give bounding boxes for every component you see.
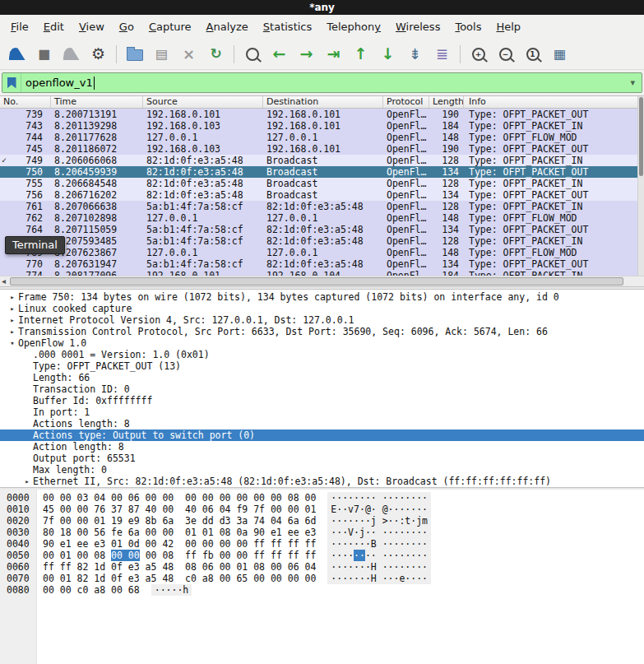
- restart-capture-icon: [63, 48, 80, 60]
- packet-row-761[interactable]: 7618.2070666385a:b1:4f:7a:58:cf82:1d:0f:…: [0, 201, 644, 212]
- scroll-left-icon[interactable]: ◂: [2, 276, 6, 286]
- detail-row[interactable]: .000 0001 = Version: 1.0 (0x01): [0, 349, 644, 360]
- detail-row[interactable]: Actions length: 8: [0, 418, 644, 430]
- display-filter-input[interactable]: openflow_v1 ▾: [2, 72, 642, 93]
- packet-row-750[interactable]: 7508.20645993982:1d:0f:e3:a5:48Broadcast…: [0, 166, 644, 178]
- column-header-time[interactable]: Time: [51, 96, 143, 108]
- reload-capture-button[interactable]: ↻: [202, 43, 229, 66]
- next-packet-button[interactable]: →: [293, 43, 320, 66]
- detail-row[interactable]: ▸Ethernet II, Src: 82:1d:0f:e3:a5:48 (82…: [0, 476, 644, 487]
- hex-row-0030[interactable]: 003080 18 00 56 fe 6a 00 00 01 01 08 0a …: [0, 527, 644, 538]
- previous-packet-button[interactable]: ←: [266, 43, 293, 66]
- cell-len: 190: [429, 143, 464, 155]
- detail-row[interactable]: Type: OFPT_PACKET_OUT (13): [0, 360, 644, 372]
- menu-help[interactable]: Help: [489, 18, 528, 35]
- expand-arrow-icon[interactable]: ▸: [7, 303, 18, 314]
- hex-row-0060[interactable]: 0060ff ff 82 1d 0f e3 a5 48 08 06 00 01 …: [0, 561, 644, 573]
- packet-row-755[interactable]: 7558.20668454882:1d:0f:e3:a5:48Broadcast…: [0, 178, 644, 189]
- column-header-no[interactable]: No.: [0, 96, 51, 108]
- detail-row[interactable]: ▸Linux cooked capture: [0, 303, 644, 314]
- column-header-source[interactable]: Source: [143, 96, 263, 108]
- packet-list-scrollbar-thumb[interactable]: [639, 97, 643, 176]
- expand-arrow-icon[interactable]: ▸: [7, 291, 18, 303]
- menu-view[interactable]: View: [72, 18, 112, 35]
- detail-row[interactable]: Buffer Id: 0xffffffff: [0, 395, 644, 406]
- cell-no: 756: [0, 189, 51, 201]
- detail-row[interactable]: Output port: 65531: [0, 453, 644, 464]
- capture-options-button[interactable]: ⚙: [85, 43, 112, 66]
- first-packet-button[interactable]: ↑: [347, 43, 374, 66]
- zoom-in-button[interactable]: +: [465, 43, 492, 66]
- open-capture-button[interactable]: [121, 43, 148, 66]
- go-to-packet-button[interactable]: ⇥: [320, 43, 347, 66]
- detail-row[interactable]: ▾OpenFlow 1.0: [0, 337, 644, 349]
- expand-arrow-icon[interactable]: ▸: [21, 476, 33, 487]
- column-header-destination[interactable]: Destination: [263, 96, 383, 108]
- hex-row-0020[interactable]: 00207f 00 00 01 19 e9 8b 6a 3e dd d3 3a …: [0, 515, 644, 527]
- filter-bookmark-button[interactable]: [2, 73, 21, 92]
- horizontal-scrollbar[interactable]: ◂: [0, 276, 644, 286]
- packet-bytes-pane: 000000 00 03 04 00 06 00 00 00 00 00 00 …: [0, 490, 644, 664]
- menu-wireless[interactable]: Wireless: [388, 18, 447, 35]
- packet-list-scrollbar[interactable]: [637, 96, 644, 276]
- detail-row[interactable]: Max length: 0: [0, 464, 644, 476]
- menu-go[interactable]: Go: [112, 18, 141, 35]
- packet-row-767[interactable]: 7678.2075934855a:b1:4f:7a:58:cf82:1d:0f:…: [0, 235, 644, 247]
- menu-tools[interactable]: Tools: [447, 18, 489, 35]
- menu-analyze[interactable]: Analyze: [199, 18, 256, 35]
- detail-row[interactable]: Length: 66: [0, 372, 644, 383]
- horizontal-scrollbar-thumb[interactable]: [10, 277, 623, 286]
- menu-edit[interactable]: Edit: [36, 18, 72, 35]
- tree-indent: [21, 464, 33, 476]
- detail-row[interactable]: Actions type: Output to switch port (0): [0, 430, 644, 441]
- packet-row-749[interactable]: ✓7498.20606606882:1d:0f:e3:a5:48Broadcas…: [0, 155, 644, 166]
- find-packet-button[interactable]: [239, 43, 266, 66]
- expand-arrow-icon[interactable]: ▸: [7, 326, 18, 337]
- packet-row-739[interactable]: 7398.200713191192.168.0.101192.168.0.101…: [0, 109, 644, 120]
- restart-capture-button[interactable]: [58, 43, 85, 66]
- detail-row[interactable]: Transaction ID: 0: [0, 383, 644, 395]
- hex-row-0080[interactable]: 008000 00 c0 a8 00 68·····h: [0, 584, 644, 596]
- menu-capture[interactable]: Capture: [141, 18, 199, 35]
- column-header-protocol[interactable]: Protocol: [383, 96, 429, 108]
- packet-row-743[interactable]: 7438.201139298192.168.0.103192.168.0.101…: [0, 120, 644, 132]
- hex-row-0000[interactable]: 000000 00 03 04 00 06 00 00 00 00 00 00 …: [0, 492, 644, 504]
- detail-row[interactable]: ▸Frame 750: 134 bytes on wire (1072 bits…: [0, 291, 644, 303]
- detail-row[interactable]: ▸Internet Protocol Version 4, Src: 127.0…: [0, 314, 644, 326]
- hex-row-0040[interactable]: 004090 e1 ee e3 01 0d 00 42 00 00 00 00 …: [0, 538, 644, 550]
- detail-row[interactable]: ▸Transmission Control Protocol, Src Port…: [0, 326, 644, 337]
- detail-row[interactable]: Action length: 8: [0, 441, 644, 453]
- packet-row-762[interactable]: 7628.207102898127.0.0.1127.0.0.1OpenFl…1…: [0, 212, 644, 224]
- hex-row-0010[interactable]: 001045 00 00 76 37 87 40 00 40 06 04 f9 …: [0, 504, 644, 515]
- zoom-out-button[interactable]: −: [492, 43, 519, 66]
- packet-row-774[interactable]: 7748.208177096192.168.0.101192.168.0.104…: [0, 270, 644, 276]
- cell-info: Type: OFPT_FLOW_MOD: [464, 247, 644, 258]
- packet-row-769[interactable]: 7698.207623867127.0.0.1127.0.0.1OpenFl…1…: [0, 247, 644, 258]
- menu-statistics[interactable]: Statistics: [256, 18, 319, 35]
- packet-row-764[interactable]: 7648.2071150595a:b1:4f:7a:58:cf82:1d:0f:…: [0, 224, 644, 235]
- start-capture-button[interactable]: [3, 43, 30, 66]
- zoom-original-button[interactable]: 1: [519, 43, 546, 66]
- resize-columns-button[interactable]: ▦: [546, 43, 573, 66]
- cell-time: 8.201139298: [51, 120, 143, 132]
- filter-dropdown-icon[interactable]: ▾: [630, 77, 635, 88]
- expand-arrow-icon[interactable]: ▸: [7, 314, 18, 326]
- colorize-packets-button[interactable]: ≣: [429, 43, 456, 66]
- packet-row-744[interactable]: 7448.201177628127.0.0.1127.0.0.1OpenFl…1…: [0, 132, 644, 143]
- collapse-arrow-icon[interactable]: ▾: [7, 337, 18, 349]
- column-header-info[interactable]: Info: [464, 96, 644, 108]
- hex-row-0070[interactable]: 007000 01 82 1d 0f e3 a5 48 c0 a8 00 65 …: [0, 573, 644, 584]
- stop-capture-button[interactable]: ■: [30, 43, 58, 66]
- column-header-length[interactable]: Length: [429, 96, 464, 108]
- packet-row-770[interactable]: 7708.2076319475a:b1:4f:7a:58:cf82:1d:0f:…: [0, 258, 644, 270]
- save-capture-button[interactable]: ▤: [148, 43, 175, 66]
- close-capture-button[interactable]: ×: [175, 43, 202, 66]
- packet-row-756[interactable]: 7568.20671620282:1d:0f:e3:a5:48Broadcast…: [0, 189, 644, 201]
- last-packet-button[interactable]: ↓: [374, 43, 401, 66]
- menu-telephony[interactable]: Telephony: [319, 18, 388, 35]
- auto-scroll-button[interactable]: ⇟: [401, 43, 429, 66]
- detail-row[interactable]: In port: 1: [0, 406, 644, 418]
- packet-row-745[interactable]: 7458.201186072192.168.0.103192.168.0.101…: [0, 143, 644, 155]
- hex-row-0050[interactable]: 005000 01 00 08 00 00 00 08 ff fb 00 00 …: [0, 550, 644, 561]
- menu-file[interactable]: File: [3, 18, 36, 35]
